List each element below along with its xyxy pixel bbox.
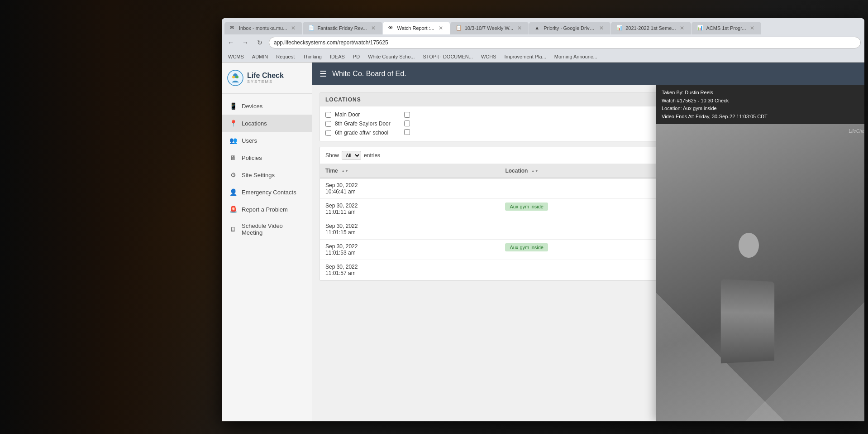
address-bar[interactable]: app.lifechecksystems.com/report/watch/17…: [269, 37, 861, 48]
tab-close-watch[interactable]: ✕: [437, 24, 444, 32]
policies-icon: 🖥: [229, 154, 237, 162]
bookmark-wcs[interactable]: White County Scho...: [365, 53, 417, 60]
tab-priority[interactable]: ▲ Priority · Google Drive... ✕: [529, 22, 610, 34]
checkbox-main-door[interactable]: [325, 112, 331, 118]
col-header-time: Time ▲▼: [320, 164, 500, 178]
sidebar-item-users[interactable]: 👥 Users: [222, 132, 312, 149]
bookmark-label-improvement: Improvement Pla...: [505, 54, 546, 59]
sort-arrows-time[interactable]: ▲▼: [341, 169, 348, 173]
tab-weekly[interactable]: 📋 10/3-10/7 Weekly W... ✕: [450, 22, 529, 34]
bookmark-label-wcms: WCMS: [228, 54, 244, 59]
tab-title-grades: 2021-2022 1st Seme...: [625, 25, 676, 31]
bookmark-morning[interactable]: Morning Announc...: [552, 53, 600, 60]
watch-report-overlay: Taken By: Dustin Reels Watch #175625 - 1…: [656, 85, 864, 421]
url-display: app.lifechecksystems.com/report/watch/17…: [274, 39, 388, 46]
date-2: Sep 30, 2022: [325, 203, 494, 209]
sidebar-item-policies[interactable]: 🖥 Policies: [222, 149, 312, 166]
tab-close-acms[interactable]: ✕: [749, 24, 756, 32]
bookmark-label-wcs: White County Scho...: [368, 54, 415, 59]
checkbox-8th-grade[interactable]: [325, 121, 331, 127]
overlay-taken-by: Taken By: Dustin Reels: [662, 89, 864, 97]
entries-select[interactable]: All 10 25 50: [342, 151, 361, 160]
overlay-video: LifeCheck: [656, 124, 864, 421]
time-2: 11:01:11 am: [325, 209, 494, 215]
checkbox-col-right: [404, 110, 410, 137]
tab-close-inbox[interactable]: ✕: [290, 24, 297, 32]
tab-close-friday[interactable]: ✕: [370, 24, 377, 32]
logo-name: Life Check: [247, 72, 284, 79]
tab-title-priority: Priority · Google Drive...: [544, 25, 595, 31]
sidebar-item-schedule-meeting[interactable]: 🖥 Schedule Video Meeting: [222, 218, 312, 241]
tab-watch-report[interactable]: 👁 Watch Report :... ✕: [383, 22, 450, 34]
sidebar-label-users: Users: [242, 137, 257, 144]
sort-arrows-location[interactable]: ▲▼: [531, 169, 539, 173]
checkbox-label-main-door: Main Door: [335, 111, 360, 118]
time-3: 11:01:15 am: [325, 229, 494, 236]
checkbox-row-8th-grade: 8th Grafe Saylors Door: [325, 119, 391, 128]
cell-time-2: Sep 30, 2022 11:01:11 am: [320, 199, 500, 219]
hamburger-button[interactable]: ☰: [320, 69, 327, 79]
tab-favicon-inbox: ✉: [230, 25, 236, 31]
time-5: 11:01:57 am: [325, 270, 494, 276]
browser-chrome: ✉ Inbox - montuka.mu... ✕ 📄 Fantastic Fr…: [222, 18, 864, 63]
bookmark-thinking[interactable]: Thinking: [300, 53, 324, 60]
bookmark-pd[interactable]: PD: [350, 53, 362, 60]
tab-close-weekly[interactable]: ✕: [516, 24, 523, 32]
sidebar-item-report-problem[interactable]: 🚨 Report a Problem: [222, 201, 312, 218]
forward-button[interactable]: →: [240, 37, 251, 48]
location-icon: 📍: [229, 119, 237, 127]
tab-title-inbox: Inbox - montuka.mu...: [239, 25, 287, 31]
tab-acms[interactable]: 📊 ACMS 1st Progr... ✕: [692, 22, 761, 34]
checkbox-col-left: Main Door 8th Grafe Saylors Door 6th gra…: [325, 110, 391, 137]
tab-close-priority[interactable]: ✕: [598, 24, 605, 32]
sidebar-item-locations[interactable]: 📍 Locations: [222, 115, 312, 132]
bookmark-label-wchs: WCHS: [481, 54, 496, 59]
report-icon: 🚨: [229, 205, 237, 213]
bookmark-stopit[interactable]: STOPit · DOCUMEN...: [420, 53, 475, 60]
bookmark-improvement[interactable]: Improvement Pla...: [502, 53, 549, 60]
tab-title-watch: Watch Report :...: [397, 25, 434, 31]
bookmark-admin[interactable]: ADMIN: [249, 53, 271, 60]
bookmark-label-ideas: IDEAS: [330, 54, 345, 59]
checkbox-row-6th-grade: 6th grade aftwr school: [325, 128, 391, 137]
tab-close-grades[interactable]: ✕: [678, 24, 686, 32]
overlay-header: Taken By: Dustin Reels Watch #175625 - 1…: [656, 85, 864, 124]
tab-inbox[interactable]: ✉ Inbox - montuka.mu... ✕: [224, 22, 302, 34]
time-1: 10:46:41 am: [325, 188, 494, 195]
address-bar-row: ← → ↻ app.lifechecksystems.com/report/wa…: [222, 34, 864, 51]
sidebar: Life Check SYSTEMS 📱 Devices 📍 Locations…: [222, 63, 312, 421]
bookmark-label-admin: ADMIN: [252, 54, 268, 59]
meeting-icon: 🖥: [229, 225, 237, 233]
reload-button[interactable]: ↻: [254, 37, 265, 48]
checkbox-row-main-door: Main Door: [325, 110, 391, 119]
bookmark-wcms[interactable]: WCMS: [225, 53, 247, 60]
svg-point-2: [232, 76, 235, 78]
tab-grades[interactable]: 📊 2021-2022 1st Seme... ✕: [611, 22, 691, 34]
date-1: Sep 30, 2022: [325, 182, 494, 188]
checkbox-extra-3[interactable]: [404, 129, 410, 135]
overlay-video-inner: LifeCheck: [656, 124, 864, 421]
checkbox-extra-1[interactable]: [404, 112, 410, 118]
location-badge-4: Aux gym inside: [505, 243, 548, 251]
date-4: Sep 30, 2022: [325, 243, 494, 250]
date-3: Sep 30, 2022: [325, 223, 494, 229]
browser-window: ✉ Inbox - montuka.mu... ✕ 📄 Fantastic Fr…: [222, 18, 864, 421]
sidebar-item-site-settings[interactable]: ⚙ Site Settings: [222, 166, 312, 183]
tab-bar: ✉ Inbox - montuka.mu... ✕ 📄 Fantastic Fr…: [222, 18, 864, 34]
top-bar: ☰ White Co. Board of Ed.: [312, 63, 864, 85]
sidebar-item-devices[interactable]: 📱 Devices: [222, 97, 312, 115]
sidebar-label-policies: Policies: [242, 154, 262, 161]
bookmark-wchs[interactable]: WCHS: [478, 53, 499, 60]
show-label: Show: [325, 152, 339, 159]
app-layout: Life Check SYSTEMS 📱 Devices 📍 Locations…: [222, 63, 864, 421]
bookmark-request[interactable]: Request: [273, 53, 297, 60]
checkbox-extra-2[interactable]: [404, 121, 410, 126]
back-button[interactable]: ←: [225, 37, 236, 48]
sidebar-label-meeting: Schedule Video Meeting: [242, 222, 305, 236]
settings-icon: ⚙: [229, 171, 237, 179]
sidebar-item-emergency-contacts[interactable]: 👤 Emergency Contacts: [222, 183, 312, 201]
tab-title-friday: Fantastic Friday Rev...: [317, 25, 367, 31]
tab-friday[interactable]: 📄 Fantastic Friday Rev... ✕: [303, 22, 382, 34]
checkbox-6th-grade[interactable]: [325, 130, 331, 136]
bookmark-ideas[interactable]: IDEAS: [327, 53, 348, 60]
